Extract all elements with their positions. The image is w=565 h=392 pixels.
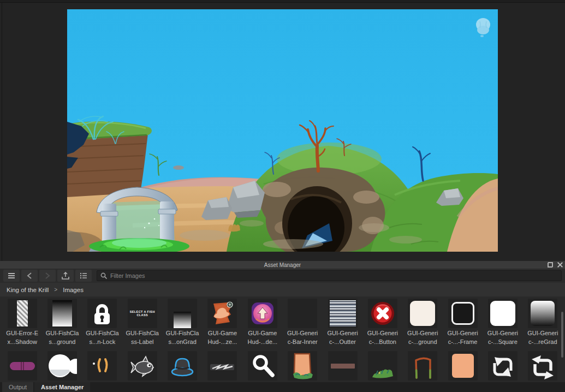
upload-icon: [62, 272, 69, 280]
asset-label: GUI-Generi: [487, 329, 518, 337]
white-border-frame-icon: [451, 302, 474, 325]
asset-label: Hud-...ze...: [208, 338, 237, 346]
torn-hat-badge-icon: [209, 300, 235, 326]
tab-output-label: Output: [9, 384, 27, 390]
asset-error-shadow[interactable]: GUI-Error-E x...Shadow: [2, 299, 42, 346]
asset-label: GUI-FishCla: [86, 329, 119, 337]
float-window-icon[interactable]: [548, 262, 553, 268]
asset-label: GUI-Generi: [527, 329, 558, 337]
filter-input[interactable]: [110, 272, 558, 279]
asset-rotate-b[interactable]: [523, 351, 563, 381]
asset-manager-titlebar[interactable]: Asset Manager: [0, 261, 565, 269]
game-viewport[interactable]: [67, 9, 498, 252]
fish-outline-icon: [129, 353, 156, 379]
padlock-icon: [88, 300, 116, 327]
empty-thumbnail: [288, 299, 317, 328]
asset-generic-square[interactable]: GUI-Generi c-...Square: [483, 299, 522, 346]
asset-label: s...n-Lock: [90, 338, 116, 346]
asset-generic-outter[interactable]: GUI-Generi c-...Outter: [323, 299, 362, 346]
filter-search-box[interactable]: [97, 270, 562, 281]
asset-arch-outline[interactable]: [403, 351, 443, 381]
asset-label: s...onGrad: [168, 338, 196, 346]
back-button[interactable]: [21, 270, 38, 282]
asset-orange-brackets[interactable]: [82, 351, 122, 381]
tab-asset-manager-label: Asset Manager: [41, 384, 84, 390]
vertical-gradient-icon: [52, 300, 72, 326]
asset-label: GUI-FishCla: [46, 329, 79, 337]
asset-label: GUI-Error-E: [6, 329, 38, 337]
asset-gamehud-ze[interactable]: GUI-Game Hud-...ze...: [203, 299, 242, 346]
asset-label: GUI-Game: [248, 329, 277, 337]
glitch-noise-icon: [330, 300, 356, 326]
white-circles-icon: [47, 351, 77, 381]
asset-generic-bar-inner[interactable]: GUI-Generi c-Bar-Inner: [282, 299, 322, 346]
asset-purple-pill[interactable]: [2, 351, 42, 381]
magnifier-icon: [249, 353, 276, 379]
asset-fishclass-ongrad[interactable]: GUI-FishCla s...onGrad: [162, 299, 202, 346]
panel-title: Asset Manager: [264, 262, 301, 268]
asset-generic-regrad[interactable]: GUI-Generi c-...reGrad: [523, 299, 563, 346]
sign-with-grass-icon: [289, 352, 316, 380]
tab-asset-manager[interactable]: Asset Manager: [34, 382, 90, 392]
asset-white-circles[interactable]: [42, 351, 82, 381]
asset-generic-button[interactable]: GUI-Generi c-...Button: [362, 299, 402, 346]
asset-grass-clump[interactable]: [362, 351, 402, 381]
asset-row-2: [2, 351, 563, 381]
asset-label: GUI-Generi: [367, 329, 398, 337]
breadcrumb: King of the Krill > Images: [0, 283, 565, 296]
asset-label: c-...-Frame: [448, 338, 478, 346]
upgrade-orb-arrow-icon: [249, 300, 276, 326]
asset-rotate-a[interactable]: [483, 351, 522, 381]
asset-label: s...ground: [49, 338, 76, 346]
asset-gamehud-de[interactable]: GUI-Game Hud-...de...: [242, 299, 282, 346]
asset-label: c-...Button: [369, 338, 396, 346]
vertical-gradient-small-icon: [174, 312, 191, 328]
view-mode-button[interactable]: [75, 270, 92, 282]
asset-sign-grass[interactable]: [282, 351, 322, 381]
asset-fish[interactable]: [122, 351, 162, 381]
blue-top-hat-icon: [168, 352, 197, 380]
list-view-icon: [80, 272, 87, 279]
asset-generic-frame[interactable]: GUI-Generi c-...-Frame: [443, 299, 483, 346]
import-button[interactable]: [57, 270, 74, 282]
rotate-arrows-b-icon: [529, 352, 556, 379]
asset-zigzag[interactable]: [203, 351, 242, 381]
asset-mauve-bar[interactable]: [323, 351, 362, 381]
close-icon[interactable]: [557, 262, 563, 268]
asset-label: GUI-Generi: [287, 329, 318, 337]
peach-square-icon: [452, 354, 474, 378]
asset-label: x...Shadow: [7, 338, 37, 346]
arch-outline-icon: [409, 352, 436, 380]
asset-label: Hud-...de...: [248, 338, 277, 346]
breadcrumb-folder[interactable]: Images: [63, 287, 84, 293]
asset-generic-ground[interactable]: GUI-Generi c-...ground: [403, 299, 443, 346]
zigzag-line-icon: [209, 352, 236, 379]
asset-label: c-...reGrad: [528, 338, 557, 346]
asset-label: GUI-Generi: [447, 329, 478, 337]
game-scene: [67, 9, 498, 252]
purple-pill-icon: [10, 362, 35, 370]
asset-top-hat[interactable]: [162, 351, 202, 381]
search-icon: [100, 272, 107, 279]
hamburger-icon: [8, 272, 15, 279]
bottom-tabbar: Output Asset Manager: [0, 382, 565, 392]
menu-button[interactable]: [3, 270, 20, 282]
asset-peach-square[interactable]: [443, 351, 483, 381]
rock-small: [173, 165, 184, 170]
asset-label: GUI-FishCla: [166, 329, 199, 337]
red-x-button-icon: [370, 300, 396, 326]
breadcrumb-project[interactable]: King of the Krill: [7, 287, 49, 293]
grass-clump-icon: [369, 351, 396, 381]
asset-fishclass-ground[interactable]: GUI-FishCla s...ground: [42, 299, 82, 346]
forward-button[interactable]: [39, 270, 56, 282]
asset-magnifier[interactable]: [242, 351, 282, 381]
asset-manager-toolbar: [0, 269, 565, 283]
asset-label: GUI-Generi: [327, 329, 358, 337]
asset-label: GUI-FishCla: [126, 329, 159, 337]
tab-output[interactable]: Output: [2, 382, 33, 392]
asset-fishclass-label[interactable]: SELECT A FISH CLASS GUI-FishCla ss-Label: [122, 299, 162, 346]
asset-label: GUI-Game: [208, 329, 237, 337]
mud-patch-1: [263, 182, 291, 197]
grid-scrollbar[interactable]: [561, 312, 563, 358]
asset-fishclass-lock[interactable]: GUI-FishCla s...n-Lock: [82, 299, 122, 346]
